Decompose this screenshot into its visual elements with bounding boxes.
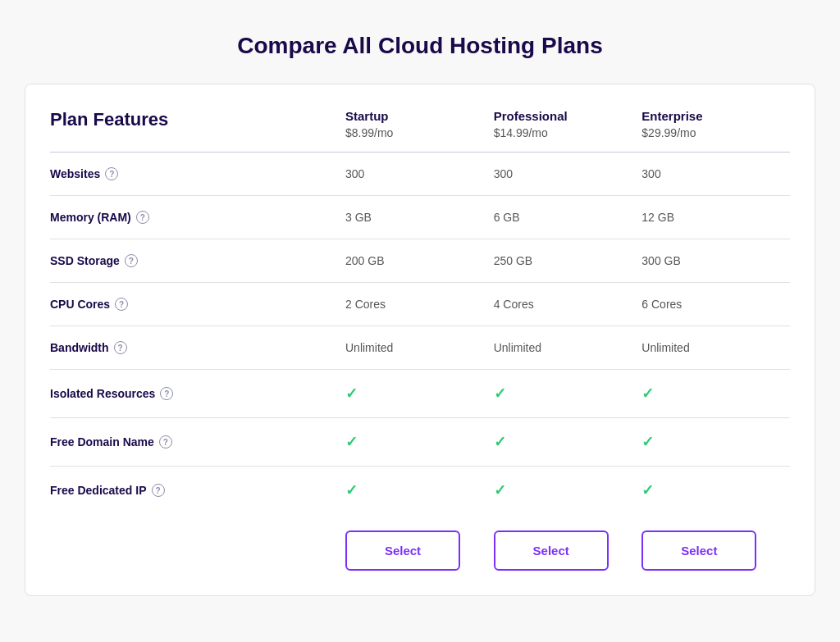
feature-label-cpu: CPU Cores ? [50,298,345,311]
table-row: Free Dedicated IP ? ✓ ✓ ✓ [50,467,790,514]
select-button-enterprise[interactable]: Select [641,530,756,571]
plan-features-label: Plan Features [50,109,345,143]
feature-value-memory-professional: 6 GB [494,211,642,224]
feature-value-cpu-professional: 4 Cores [494,298,642,311]
plan-col-enterprise: Enterprise $29.99/mo [641,109,790,152]
table-footer: Select Select Select [25,514,815,595]
plan-col-professional: Professional $14.99/mo [494,109,642,152]
feature-value-ssd-enterprise: 300 GB [641,254,790,267]
plan-price-professional: $14.99/mo [494,126,642,139]
select-btn-enterprise-wrapper: Select [641,530,790,571]
help-icon-isolated[interactable]: ? [160,387,173,400]
page-title: Compare All Cloud Hosting Plans [16,33,824,59]
table-row: Isolated Resources ? ✓ ✓ ✓ [50,370,790,418]
select-btn-startup-wrapper: Select [345,530,494,571]
feature-value-isolated-professional: ✓ [494,385,642,403]
feature-value-memory-startup: 3 GB [345,211,494,224]
table-row: Websites ? 300 300 300 [50,153,790,196]
feature-value-cpu-startup: 2 Cores [345,298,494,311]
feature-value-dedicated-ip-enterprise: ✓ [641,481,790,499]
table-row: SSD Storage ? 200 GB 250 GB 300 GB [50,239,790,283]
feature-value-dedicated-ip-startup: ✓ [345,481,494,499]
table-row: CPU Cores ? 2 Cores 4 Cores 6 Cores [50,283,790,326]
help-icon-websites[interactable]: ? [105,167,118,180]
feature-value-isolated-startup: ✓ [345,385,494,403]
feature-value-domain-enterprise: ✓ [641,433,790,451]
select-button-professional[interactable]: Select [494,530,609,571]
feature-label-memory: Memory (RAM) ? [50,211,345,224]
plan-name-professional: Professional [494,109,642,123]
feature-value-bandwidth-professional: Unlimited [494,341,642,354]
feature-value-domain-professional: ✓ [494,433,642,451]
help-icon-memory[interactable]: ? [136,211,149,224]
feature-value-dedicated-ip-professional: ✓ [494,481,642,499]
comparison-card: Plan Features Startup $8.99/mo Professio… [25,84,815,596]
help-icon-dedicated-ip[interactable]: ? [152,484,165,497]
help-icon-cpu[interactable]: ? [115,298,128,311]
help-icon-ssd[interactable]: ? [125,254,138,267]
plan-name-enterprise: Enterprise [641,109,790,123]
feature-label-bandwidth: Bandwidth ? [50,341,345,354]
plan-name-startup: Startup [345,109,494,123]
help-icon-domain[interactable]: ? [159,435,172,448]
feature-label-domain: Free Domain Name ? [50,435,345,448]
help-icon-bandwidth[interactable]: ? [114,341,127,354]
feature-label-websites: Websites ? [50,167,345,180]
feature-value-websites-startup: 300 [345,167,494,180]
feature-value-isolated-enterprise: ✓ [641,385,790,403]
select-button-startup[interactable]: Select [345,530,460,571]
feature-label-isolated: Isolated Resources ? [50,387,345,400]
table-header: Plan Features Startup $8.99/mo Professio… [25,84,815,152]
table-row: Memory (RAM) ? 3 GB 6 GB 12 GB [50,196,790,239]
table-row: Free Domain Name ? ✓ ✓ ✓ [50,418,790,467]
feature-value-bandwidth-startup: Unlimited [345,341,494,354]
plan-col-startup: Startup $8.99/mo [345,109,494,152]
feature-value-ssd-professional: 250 GB [494,254,642,267]
feature-value-websites-enterprise: 300 [641,167,790,180]
feature-value-cpu-enterprise: 6 Cores [641,298,790,311]
plan-price-startup: $8.99/mo [345,126,494,139]
feature-label-dedicated-ip: Free Dedicated IP ? [50,484,345,497]
table-row: Bandwidth ? Unlimited Unlimited Unlimite… [50,326,790,370]
feature-value-memory-enterprise: 12 GB [641,211,790,224]
plan-price-enterprise: $29.99/mo [641,126,790,139]
feature-label-ssd: SSD Storage ? [50,254,345,267]
feature-value-bandwidth-enterprise: Unlimited [641,341,790,354]
feature-value-websites-professional: 300 [494,167,642,180]
table-body: Websites ? 300 300 300 Memory (RAM) ? 3 … [25,153,815,514]
feature-value-domain-startup: ✓ [345,433,494,451]
page-container: Compare All Cloud Hosting Plans Plan Fea… [16,16,824,596]
select-btn-professional-wrapper: Select [494,530,642,571]
feature-value-ssd-startup: 200 GB [345,254,494,267]
